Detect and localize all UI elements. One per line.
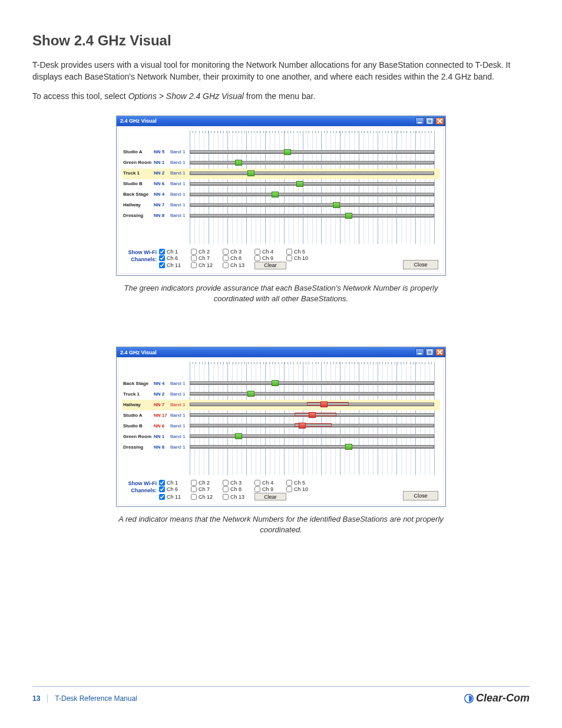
band-label: Band 1 [170,423,188,429]
band-label: Band 1 [170,413,188,418]
page-number: 13 [32,694,48,703]
station-name: Studio A [123,149,154,154]
network-number: NN 1 [154,434,170,439]
network-number: NN 8 [154,444,170,450]
figure2-caption: A red indicator means that the Network N… [116,514,446,535]
channel-checkbox[interactable]: Ch 1 [159,249,191,255]
channel-marker[interactable] [345,213,352,219]
network-number: NN 8 [154,213,170,218]
channel-checkbox[interactable]: Ch 5 [286,480,318,486]
svg-rect-1 [428,119,432,123]
channel-marker[interactable] [247,391,254,397]
spectrum-row: Green RoomNN 1Band 1 [123,431,188,442]
titlebar[interactable]: 2.4 GHz Visual [117,116,445,126]
station-name: Hallway [123,202,154,207]
channel-checkbox[interactable]: Ch 7 [191,486,223,492]
clear-button[interactable]: Clear [254,493,286,500]
station-name: Dressing [123,444,154,450]
maximize-icon[interactable] [425,117,434,125]
channel-marker[interactable] [284,149,291,155]
channel-checkbox[interactable]: Ch 6 [159,486,191,492]
band-label: Band 1 [170,381,188,386]
network-number: NN 7 [154,402,170,407]
window-title: 2.4 GHz Visual [118,350,414,355]
maximize-icon[interactable] [425,348,434,356]
svg-rect-0 [418,122,422,123]
channel-marker[interactable] [272,380,279,386]
channel-checkbox[interactable]: Ch 10 [286,255,318,261]
close-button[interactable]: Close [403,491,438,500]
channel-checkbox[interactable]: Ch 3 [223,480,254,486]
channel-marker[interactable] [296,181,303,187]
station-name: Green Room [123,434,154,439]
channel-checkbox[interactable]: Ch 13 [223,493,254,500]
station-name: Dressing [123,213,154,218]
channel-checkbox[interactable]: Ch 2 [191,249,223,255]
access-suffix: from the menu bar. [244,91,315,101]
channel-checkbox[interactable]: Ch 4 [254,480,286,486]
channel-marker[interactable] [272,192,279,197]
access-prefix: To access this tool, select [32,91,128,101]
window-title: 2.4 GHz Visual [118,118,414,124]
band-label: Band 1 [170,170,188,176]
channel-checkbox[interactable]: Ch 8 [223,486,254,492]
channel-marker[interactable] [345,444,352,450]
band-label: Band 1 [170,391,188,397]
band-label: Band 1 [170,444,188,450]
channel-checkbox[interactable]: Ch 11 [159,493,191,500]
channels-label: Show Wi-FiChannels: [124,249,159,263]
channel-checkbox[interactable]: Ch 10 [286,486,318,492]
spectrum-row: Back StageNN 4Band 1 [123,189,188,200]
clearcom-icon [464,694,474,703]
close-icon[interactable] [435,117,444,125]
channel-checkbox[interactable]: Ch 5 [286,249,318,255]
channel-checkbox[interactable]: Ch 9 [254,486,286,492]
ghz-window-1: 2.4 GHz Visual Studio ANN 5Band 1Green R… [116,116,446,276]
channel-marker[interactable] [309,412,316,418]
channel-controls: Show Wi-FiChannels: Ch 1Ch 2Ch 3Ch 4Ch 5… [119,249,443,269]
channel-checkbox[interactable]: Ch 9 [254,255,286,261]
section-heading: Show 2.4 GHz Visual [32,32,530,49]
station-name: Back Stage [123,192,154,197]
band-label: Band 1 [170,434,188,439]
channel-controls: Show Wi-FiChannels: Ch 1Ch 2Ch 3Ch 4Ch 5… [119,480,443,500]
channel-checkbox[interactable]: Ch 13 [223,262,254,269]
band-label: Band 1 [170,181,188,186]
station-name: Back Stage [123,381,154,386]
channel-marker[interactable] [320,401,328,407]
network-number: NN 2 [154,391,170,397]
channel-checkbox[interactable]: Ch 1 [159,480,191,486]
spectrum-row: Studio BNN 6Band 1 [123,179,188,189]
close-button[interactable]: Close [403,260,438,269]
intro-paragraph: T-Desk provides users with a visual tool… [32,60,530,83]
titlebar[interactable]: 2.4 GHz Visual [117,347,445,357]
band-label: Band 1 [170,192,188,197]
network-number: NN 5 [154,149,170,154]
channel-checkbox[interactable]: Ch 7 [191,255,223,261]
channel-checkbox[interactable]: Ch 4 [254,249,286,255]
spectrum-row: Studio BNN 6Band 1 [123,420,188,431]
spectrum-plot-1: Studio ANN 5Band 1Green RoomNN 1Band 1Tr… [122,131,440,244]
svg-rect-2 [418,353,422,354]
channel-checkbox[interactable]: Ch 11 [159,262,191,269]
channel-checkbox[interactable]: Ch 12 [191,262,223,269]
channel-marker[interactable] [299,423,306,429]
access-paragraph: To access this tool, select Options > Sh… [32,91,530,103]
svg-rect-3 [428,350,432,354]
channel-marker[interactable] [235,160,242,166]
minimize-icon[interactable] [415,117,424,125]
minimize-icon[interactable] [415,348,424,356]
channel-marker[interactable] [333,202,340,208]
network-number: NN 2 [154,170,170,176]
clear-button[interactable]: Clear [254,262,286,269]
channel-checkbox[interactable]: Ch 6 [159,255,191,261]
channel-checkbox[interactable]: Ch 2 [191,480,223,486]
channel-checkbox[interactable]: Ch 3 [223,249,254,255]
spectrum-plot-2: Back StageNN 4Band 1Truck 1NN 2Band 1Hal… [122,362,440,475]
station-name: Green Room [123,160,154,165]
channel-checkbox[interactable]: Ch 8 [223,255,254,261]
channel-marker[interactable] [235,433,242,439]
channel-marker[interactable] [247,170,254,176]
close-icon[interactable] [435,348,444,356]
channel-checkbox[interactable]: Ch 12 [191,493,223,500]
